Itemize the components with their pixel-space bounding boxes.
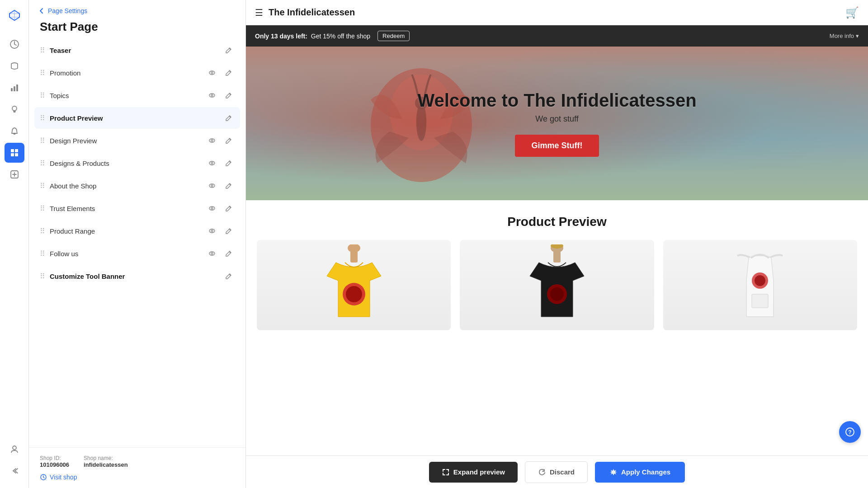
offer-text: Get 15% off the shop	[311, 33, 370, 40]
edit-topics-button[interactable]	[222, 89, 235, 102]
item-icons-design-preview	[206, 134, 235, 147]
edit-customize-banner-button[interactable]	[222, 270, 235, 282]
cart-icon[interactable]: 🛒	[845, 6, 859, 19]
svg-point-10	[13, 446, 16, 450]
item-label-product-range: Product Range	[50, 227, 201, 235]
product-card-white-apron[interactable]	[663, 240, 857, 330]
add-nav-item[interactable]	[5, 164, 24, 184]
sidebar-item-follow-us[interactable]: ⠿ Follow us	[34, 243, 240, 264]
shop-name-block: Shop name: infidelicatessen	[84, 455, 128, 468]
sidebar-item-about-shop[interactable]: ⠿ About the Shop	[34, 175, 240, 197]
discard-button[interactable]: Discard	[525, 461, 588, 483]
eye-promotion-button[interactable]	[206, 66, 218, 79]
svg-point-15	[209, 139, 215, 142]
sidebar-header: Page Settings Start Page	[29, 0, 245, 38]
eye-design-preview-button[interactable]	[206, 134, 218, 147]
drag-handle-customize-banner: ⠿	[40, 272, 45, 281]
notifications-nav-item[interactable]	[5, 121, 24, 141]
item-icons-trust-elements	[206, 202, 235, 215]
edit-design-preview-button[interactable]	[222, 134, 235, 147]
eye-topics-button[interactable]	[206, 89, 218, 102]
edit-product-preview-button[interactable]	[222, 112, 235, 124]
icon-rail	[0, 0, 29, 488]
item-icons-teaser	[222, 44, 235, 56]
svg-rect-5	[11, 149, 14, 152]
hero-cta-button[interactable]: Gimme Stuff!	[515, 135, 599, 157]
eye-trust-elements-button[interactable]	[206, 202, 218, 215]
sidebar-footer: Shop ID: 101096006 Shop name: infidelica…	[29, 447, 245, 488]
product-card-yellow-tshirt[interactable]	[257, 240, 451, 330]
more-info-button[interactable]: More info ▾	[830, 33, 859, 39]
svg-point-12	[211, 72, 213, 74]
support-bubble[interactable]: ?	[839, 421, 861, 443]
svg-point-11	[209, 71, 215, 75]
shop-name-label: Shop name:	[84, 455, 128, 461]
profile-nav-item[interactable]	[5, 439, 24, 459]
drag-handle-trust-elements: ⠿	[40, 204, 45, 213]
svg-text:?: ?	[848, 429, 851, 436]
svg-point-25	[209, 252, 215, 255]
sidebar-item-customize-banner[interactable]: ⠿ Customize Tool Banner	[34, 265, 240, 287]
hamburger-menu-icon[interactable]: ☰	[255, 7, 263, 18]
edit-designs-products-button[interactable]	[222, 157, 235, 169]
svg-rect-7	[11, 153, 14, 156]
svg-point-13	[209, 94, 215, 97]
visit-shop-link[interactable]: Visit shop	[40, 474, 235, 481]
sidebar-item-trust-elements[interactable]: ⠿ Trust Elements	[34, 197, 240, 219]
svg-point-21	[209, 206, 215, 210]
svg-point-16	[211, 140, 213, 141]
edit-about-shop-button[interactable]	[222, 179, 235, 192]
sidebar-item-topics[interactable]: ⠿ Topics	[34, 84, 240, 106]
sidebar-title: Start Page	[38, 20, 236, 34]
apply-changes-button[interactable]: Apply Changes	[595, 462, 685, 483]
eye-designs-products-button[interactable]	[206, 157, 218, 169]
expand-icon	[442, 468, 450, 476]
apply-changes-label: Apply Changes	[621, 468, 670, 476]
sidebar-item-product-preview[interactable]: ⠿ Product Preview	[34, 107, 240, 129]
redeem-button[interactable]: Redeem	[377, 31, 410, 41]
expand-preview-button[interactable]: Expand preview	[429, 462, 518, 483]
sidebar-item-promotion[interactable]: ⠿ Promotion	[34, 62, 240, 84]
white-apron-image	[724, 244, 796, 326]
footer-shop-info: Shop ID: 101096006 Shop name: infidelica…	[40, 455, 235, 468]
edit-product-range-button[interactable]	[222, 225, 235, 237]
sidebar-item-teaser[interactable]: ⠿ Teaser	[34, 39, 240, 61]
sidebar-item-product-range[interactable]: ⠿ Product Range	[34, 220, 240, 242]
svg-rect-8	[15, 153, 18, 156]
product-card-black-tshirt[interactable]	[460, 240, 654, 330]
logo-icon[interactable]	[5, 5, 24, 25]
eye-product-range-button[interactable]	[206, 225, 218, 237]
promo-banner: Only 13 days left: Get 15% off the shop …	[246, 25, 868, 47]
black-tshirt-image	[521, 244, 593, 326]
discard-label: Discard	[550, 468, 575, 476]
countdown-text: Only 13 days left:	[255, 33, 307, 40]
analytics-nav-item[interactable]	[5, 78, 24, 98]
hero-section: Welcome to The Infidelicatessen We got s…	[246, 47, 868, 200]
sidebar-item-design-preview[interactable]: ⠿ Design Preview	[34, 130, 240, 151]
ideas-nav-item[interactable]	[5, 99, 24, 119]
sidebar-item-designs-products[interactable]: ⠿ Designs & Products	[34, 152, 240, 174]
action-bar: Expand preview Discard Apply Changes	[246, 455, 868, 488]
edit-promotion-button[interactable]	[222, 66, 235, 79]
eye-follow-us-button[interactable]	[206, 247, 218, 260]
support-icon: ?	[845, 427, 855, 437]
edit-trust-elements-button[interactable]	[222, 202, 235, 215]
eye-about-shop-button[interactable]	[206, 179, 218, 192]
collapse-rail-button[interactable]	[5, 461, 24, 481]
dashboard-nav-item[interactable]	[5, 34, 24, 54]
apply-icon	[609, 468, 618, 476]
shop-id-value: 101096006	[40, 461, 69, 468]
products-nav-item[interactable]	[5, 56, 24, 76]
drag-handle-product-preview: ⠿	[40, 114, 45, 122]
edit-follow-us-button[interactable]	[222, 247, 235, 260]
item-icons-designs-products	[206, 157, 235, 169]
svg-point-35	[348, 244, 360, 253]
product-preview-title: Product Preview	[257, 215, 857, 229]
drag-handle-design-preview: ⠿	[40, 136, 45, 145]
pages-nav-item[interactable]	[5, 143, 24, 163]
back-button[interactable]: Page Settings	[38, 7, 236, 14]
item-icons-promotion	[206, 66, 235, 79]
drag-handle-promotion: ⠿	[40, 69, 45, 77]
chevron-down-icon: ▾	[856, 33, 859, 39]
edit-teaser-button[interactable]	[222, 44, 235, 56]
